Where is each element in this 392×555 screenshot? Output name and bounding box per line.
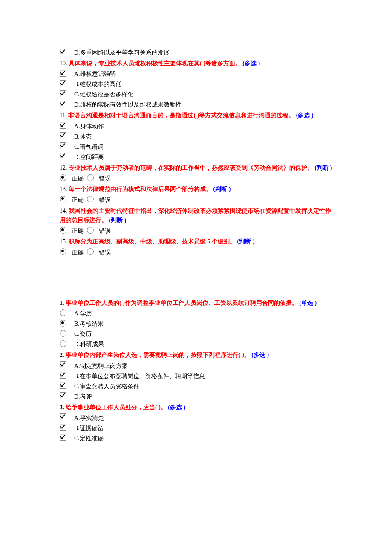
question-type: (判断 ) [213,186,231,192]
checkbox-checked-icon[interactable] [60,142,66,149]
option-label: B.证据确凿 [74,424,104,433]
option-label: C.定性准确 [74,434,104,443]
question-number: 2. [60,352,64,358]
checkbox-checked-icon[interactable] [60,80,66,87]
q10-option-b[interactable]: B.维权成本的高低 [60,80,332,89]
checkbox-checked-icon[interactable] [60,434,66,441]
checkbox-checked-icon[interactable] [60,101,66,107]
radio-true[interactable] [60,248,66,255]
option-label: A.学历 [74,309,92,318]
question-text: 事业单位内部产生岗位人选，需要竞聘上岗的，按照下列程序进行( )。 [66,352,250,358]
true-label: 正确 [72,196,84,205]
option-label: C.维权途径是否多样化 [74,90,133,99]
question-type: (判断 ) [315,165,332,171]
question-number: 14. [60,208,67,214]
true-label: 正确 [72,174,84,183]
s2-q1-option-d[interactable]: D.科研成果 [60,340,332,349]
radio-icon[interactable] [60,340,66,347]
option-label: A.事实清楚 [74,413,104,422]
question-15: 15. 职称分为正高级、副高级、中级、助理级、技术员级 5 个级别。 (判断 ) [60,237,332,246]
checkbox-checked-icon[interactable] [60,413,66,420]
checkbox-checked-icon[interactable] [60,90,66,97]
radio-checked-icon[interactable] [60,320,66,327]
q9-option-d[interactable]: D.多重网络以及平等学习关系的发展 [60,48,332,57]
question-number: 11. [60,112,67,119]
question-text: 我国社会的主要时代特征中指出，深化经济体制改革必须紧紧围绕使市场在资源配置中发挥… [60,208,331,223]
q10-option-a[interactable]: A.维权意识强弱 [60,69,332,78]
question-number: 3. [60,404,64,410]
question-14: 14. 我国社会的主要时代特征中指出，深化经济体制改革必须紧紧围绕使市场在资源配… [60,206,332,225]
question-text: 每一个法律规范由行为模式和法律后果两个部分构成。 [69,186,212,192]
s2-q1-option-c[interactable]: C.资历 [60,330,332,338]
question-11: 11. 非语言沟通是相对于语言沟通而言的，是指通过( )等方式交流信息和进行沟通… [60,111,332,120]
q10-option-c[interactable]: C.维权途径是否多样化 [60,90,332,99]
checkbox-checked-icon[interactable] [60,153,66,159]
question-text: 事业单位工作人员的( )作为调整事业单位工作人员岗位、工资以及续订聘用合同的依据… [66,300,298,306]
q11-option-b[interactable]: B.体态 [60,132,332,141]
s2-q2-option-c[interactable]: C.审查竞聘人员资格条件 [60,382,332,391]
radio-false[interactable] [87,174,94,181]
option-label: D.科研成果 [74,340,104,349]
checkbox-checked-icon[interactable] [60,70,66,77]
s2-q3-option-b[interactable]: B.证据确凿 [60,424,332,433]
option-label: A.维权意识强弱 [74,69,116,78]
s2-q2-option-d[interactable]: D.考评 [60,392,332,401]
question-number: 1. [60,300,64,306]
false-label: 错误 [99,248,111,257]
option-label: C.语气语调 [74,142,104,151]
radio-true[interactable] [60,196,66,202]
true-label: 正确 [72,248,84,257]
q12-tf: 正确 错误 [60,174,332,183]
q11-option-c[interactable]: C.语气语调 [60,142,332,151]
question-type: (单选 ) [299,300,317,306]
q15-tf: 正确 错误 [60,248,332,257]
question-text: 专业技术人员属于劳动者的范畴，在实际的工作当中，必然应该受到《劳动合同法》的保护… [69,165,313,171]
option-label: B.维权成本的高低 [74,80,121,89]
question-text: 职称分为正高级、副高级、中级、助理级、技术员级 5 个级别。 [69,238,236,245]
question-type: (判断 ) [109,217,127,223]
radio-false[interactable] [87,196,94,202]
checkbox-checked-icon[interactable] [60,392,66,399]
radio-icon[interactable] [60,330,66,337]
radio-true[interactable] [60,227,66,234]
radio-icon[interactable] [60,309,66,316]
checkbox-checked-icon[interactable] [60,424,66,431]
s2-q1-option-b[interactable]: B.考核结果 [60,319,332,328]
q10-option-d[interactable]: D.维权的实际有效性以及维权成果激励性 [60,100,332,109]
checkbox-checked-icon[interactable] [60,132,66,139]
q11-option-a[interactable]: A.身体动作 [60,122,332,131]
checkbox-checked-icon[interactable] [60,382,66,389]
radio-false[interactable] [87,227,94,234]
question-number: 12. [60,165,67,171]
checkbox-checked-icon[interactable] [60,372,66,379]
q11-option-d[interactable]: D.空间距离 [60,153,332,162]
option-label: C.审查竞聘人员资格条件 [74,382,139,391]
question-13: 13. 每一个法律规范由行为模式和法律后果两个部分构成。 (判断 ) [60,185,332,194]
checkbox-checked-icon[interactable] [60,49,66,55]
question-text: 给予事业单位工作人员处分，应当( )。 [66,404,167,410]
s2-q3-option-c[interactable]: C.定性准确 [60,434,332,443]
option-label: B.考核结果 [74,319,104,328]
radio-false[interactable] [87,248,94,255]
s2-q2-option-a[interactable]: A.制定竞聘上岗方案 [60,361,332,370]
option-label: A.制定竞聘上岗方案 [74,361,128,370]
radio-true[interactable] [60,174,66,181]
s2-q3-option-a[interactable]: A.事实清楚 [60,413,332,422]
question-10: 10. 具体来说，专业技术人员维权积极性主要体现在其( )等诸多方面。 (多选 … [60,59,332,68]
question-number: 13. [60,186,67,192]
false-label: 错误 [99,226,111,235]
s2-question-2: 2. 事业单位内部产生岗位人选，需要竞聘上岗的，按照下列程序进行( )。 (多选… [60,350,332,360]
question-type: (多选 ) [168,404,185,410]
checkbox-checked-icon[interactable] [60,122,66,129]
option-label: C.资历 [74,330,92,338]
question-type: (多选 ) [242,60,260,66]
option-label: B.在本单位公布竞聘岗位、资格条件、聘期等信息 [74,372,205,381]
option-label: D.空间距离 [74,153,104,162]
question-number: 15. [60,238,67,245]
checkbox-checked-icon[interactable] [60,361,66,368]
option-label: D.多重网络以及平等学习关系的发展 [74,48,170,57]
s2-question-3: 3. 给予事业单位工作人员处分，应当( )。 (多选 ) [60,403,332,412]
section-gap [60,258,332,297]
s2-q1-option-a[interactable]: A.学历 [60,309,332,318]
s2-q2-option-b[interactable]: B.在本单位公布竞聘岗位、资格条件、聘期等信息 [60,372,332,381]
